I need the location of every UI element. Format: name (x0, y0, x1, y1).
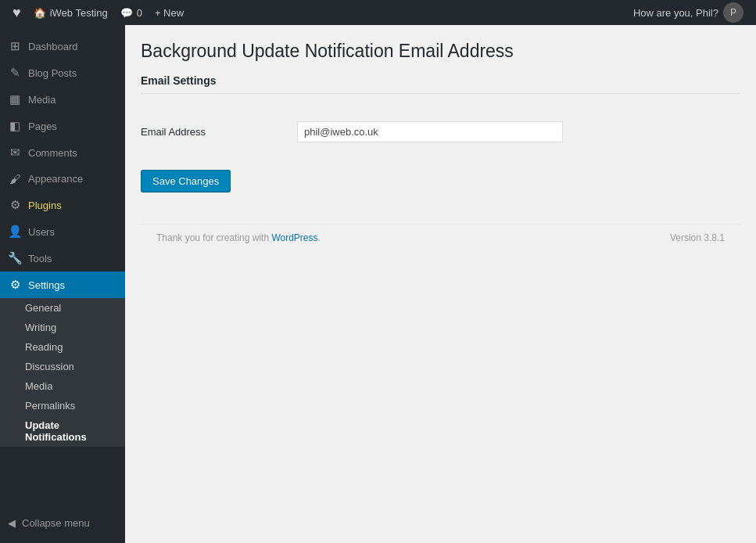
admin-bar: ♥ 🏠 iWeb Testing 💬 0 + New How are you, … (0, 0, 756, 25)
collapse-label: Collapse menu (22, 517, 90, 529)
sidebar-item-plugins[interactable]: ⚙ Plugins (0, 192, 125, 218)
comments-icon: ✉ (8, 146, 22, 160)
submenu-writing[interactable]: Writing (0, 318, 125, 337)
sidebar-item-label: Comments (28, 147, 77, 159)
wp-logo-icon: ♥ (13, 5, 21, 21)
new-content-link[interactable]: + New (149, 0, 190, 25)
footer-left: Thank you for creating with WordPress. (156, 232, 321, 243)
sidebar-item-settings[interactable]: ⚙ Settings (0, 272, 125, 298)
plugins-icon: ⚙ (8, 198, 22, 212)
collapse-icon: ◀ (8, 517, 16, 529)
email-input[interactable] (297, 121, 563, 142)
wordpress-link[interactable]: WordPress (271, 232, 317, 243)
footer-period: . (318, 232, 321, 243)
sidebar-item-media[interactable]: ▦ Media (0, 86, 125, 113)
form-table: Email Address (141, 110, 740, 154)
sidebar-item-label: Pages (28, 120, 57, 132)
site-home-icon: 🏠 (34, 7, 46, 19)
tools-icon: 🔧 (8, 251, 22, 265)
media-icon: ▦ (8, 92, 22, 106)
sidebar-item-appearance[interactable]: 🖌 Appearance (0, 166, 125, 192)
comments-link[interactable]: 💬 0 (114, 0, 149, 25)
admin-menu: ⊞ Dashboard ✎ Blog Posts ▦ Media ◧ Pages… (0, 25, 125, 543)
user-avatar: P (723, 2, 743, 23)
comment-icon: 💬 (120, 7, 133, 19)
sidebar-item-tools[interactable]: 🔧 Tools (0, 245, 125, 272)
content-wrap: Background Update Notification Email Add… (141, 41, 740, 192)
page-title: Background Update Notification Email Add… (141, 41, 740, 62)
sidebar-item-users[interactable]: 👤 Users (0, 218, 125, 245)
submenu-reading[interactable]: Reading (0, 337, 125, 357)
submenu-discussion[interactable]: Discussion (0, 357, 125, 376)
pages-icon: ◧ (8, 119, 22, 133)
users-icon: 👤 (8, 225, 22, 239)
wp-wrap: ⊞ Dashboard ✎ Blog Posts ▦ Media ◧ Pages… (0, 25, 756, 543)
comments-count: 0 (137, 7, 142, 19)
email-label: Email Address (141, 110, 297, 154)
footer-version: Version 3.8.1 (670, 232, 725, 243)
new-label: + New (155, 7, 184, 19)
footer-thank-you: Thank you for creating with (156, 232, 271, 243)
sidebar-item-dashboard[interactable]: ⊞ Dashboard (0, 33, 125, 59)
wp-footer: Thank you for creating with WordPress. V… (141, 224, 740, 251)
sidebar-item-label: Blog Posts (28, 67, 77, 79)
howdy-text: How are you, Phil? (633, 7, 718, 19)
appearance-icon: 🖌 (8, 172, 22, 185)
user-greeting: How are you, Phil? P (627, 2, 750, 23)
sidebar-item-label: Appearance (28, 173, 83, 185)
dashboard-icon: ⊞ (8, 39, 22, 53)
admin-menu-wrap: ⊞ Dashboard ✎ Blog Posts ▦ Media ◧ Pages… (0, 25, 125, 543)
email-row: Email Address (141, 110, 740, 154)
settings-form: Email Address Save Changes (141, 110, 740, 192)
site-name: iWeb Testing (50, 7, 108, 19)
settings-submenu: General Writing Reading Discussion Media… (0, 298, 125, 447)
blog-posts-icon: ✎ (8, 66, 22, 80)
sidebar-item-label: Plugins (28, 200, 62, 211)
sidebar-item-blog-posts[interactable]: ✎ Blog Posts (0, 59, 125, 86)
sidebar-item-label: Tools (28, 253, 52, 264)
sidebar-item-label: Media (28, 94, 56, 106)
sidebar-item-label: Settings (28, 279, 65, 291)
wp-logo-link[interactable]: ♥ (6, 0, 27, 25)
sidebar-item-comments[interactable]: ✉ Comments (0, 139, 125, 166)
site-name-link[interactable]: 🏠 iWeb Testing (27, 0, 114, 25)
submenu-update-notifications[interactable]: Update Notifications (0, 415, 125, 447)
sidebar-item-label: Dashboard (28, 41, 78, 52)
email-cell (297, 110, 740, 154)
submenu-general[interactable]: General (0, 298, 125, 318)
sidebar-item-pages[interactable]: ◧ Pages (0, 113, 125, 139)
sidebar-item-label: Users (28, 226, 55, 238)
submenu-media[interactable]: Media (0, 376, 125, 396)
settings-icon: ⚙ (8, 278, 22, 292)
main-content: Background Update Notification Email Add… (125, 25, 756, 543)
submenu-permalinks[interactable]: Permalinks (0, 396, 125, 415)
collapse-menu-button[interactable]: ◀ Collapse menu (0, 511, 125, 535)
section-title: Email Settings (141, 74, 740, 94)
save-changes-button[interactable]: Save Changes (141, 170, 231, 192)
